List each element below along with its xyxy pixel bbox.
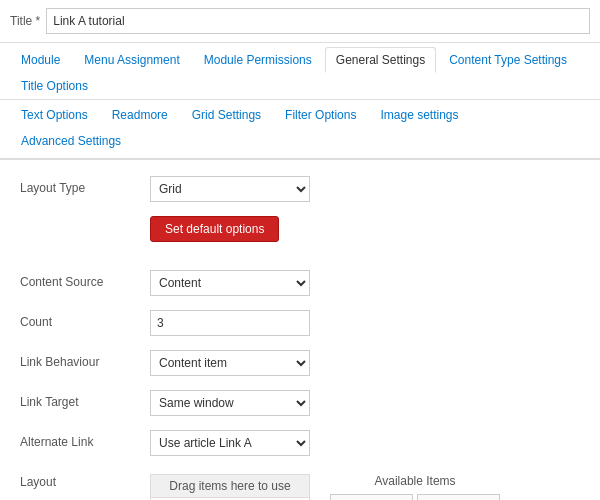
- layout-type-label: Layout Type: [20, 176, 150, 195]
- set-default-button[interactable]: Set default options: [150, 216, 279, 242]
- layout-type-row: Layout Type Grid List Table: [20, 176, 580, 202]
- available-item-date[interactable]: date: [330, 494, 413, 500]
- set-default-wrap: Set default options: [150, 216, 580, 256]
- content-source-row: Content Source Content K2 Custom: [20, 270, 580, 296]
- link-behaviour-row: Link Behaviour Content item Link A Link …: [20, 350, 580, 376]
- content-source-label: Content Source: [20, 270, 150, 289]
- drag-area: Drag items here to use title text more c…: [150, 474, 310, 500]
- layout-row: Layout Drag items here to use title text…: [20, 470, 580, 500]
- set-default-spacer: [20, 216, 150, 221]
- link-behaviour-control: Content item Link A Link B: [150, 350, 580, 376]
- tabs-row1: Module Menu Assignment Module Permission…: [0, 43, 600, 100]
- count-row: Count: [20, 310, 580, 336]
- tab-general-settings[interactable]: General Settings: [325, 47, 436, 73]
- tab-grid-settings[interactable]: Grid Settings: [181, 102, 272, 128]
- layout-type-select[interactable]: Grid List Table: [150, 176, 310, 202]
- set-default-row: Set default options: [20, 216, 580, 256]
- tab-advanced-settings[interactable]: Advanced Settings: [10, 128, 132, 154]
- count-label: Count: [20, 310, 150, 329]
- tab-readmore[interactable]: Readmore: [101, 102, 179, 128]
- tab-module-permissions[interactable]: Module Permissions: [193, 47, 323, 73]
- available-area: Available Items date category column3 co…: [330, 474, 500, 500]
- link-behaviour-label: Link Behaviour: [20, 350, 150, 369]
- tab-content-type-settings[interactable]: Content Type Settings: [438, 47, 578, 73]
- title-label: Title *: [10, 14, 40, 28]
- title-input[interactable]: [46, 8, 590, 34]
- link-behaviour-select[interactable]: Content item Link A Link B: [150, 350, 310, 376]
- tab-module[interactable]: Module: [10, 47, 71, 73]
- layout-type-control: Grid List Table: [150, 176, 580, 202]
- available-title: Available Items: [330, 474, 500, 488]
- content-source-control: Content K2 Custom: [150, 270, 580, 296]
- tab-image-settings[interactable]: Image settings: [369, 102, 469, 128]
- link-target-select[interactable]: Same window New window Popup: [150, 390, 310, 416]
- available-grid: date category column3 column4 tweet isfe…: [330, 494, 500, 500]
- layout-control: Drag items here to use title text more c…: [150, 470, 580, 500]
- title-bar: Title *: [0, 0, 600, 43]
- tab-title-options[interactable]: Title Options: [10, 73, 99, 99]
- count-control: [150, 310, 580, 336]
- content-area: Layout Type Grid List Table Set default …: [0, 160, 600, 500]
- layout-label: Layout: [20, 470, 150, 489]
- alternate-link-row: Alternate Link Use article Link A None C…: [20, 430, 580, 456]
- link-target-label: Link Target: [20, 390, 150, 409]
- link-target-row: Link Target Same window New window Popup: [20, 390, 580, 416]
- link-target-control: Same window New window Popup: [150, 390, 580, 416]
- layout-section: Drag items here to use title text more c…: [150, 474, 580, 500]
- count-input[interactable]: [150, 310, 310, 336]
- tab-filter-options[interactable]: Filter Options: [274, 102, 367, 128]
- alternate-link-label: Alternate Link: [20, 430, 150, 449]
- drag-area-title: Drag items here to use: [151, 475, 309, 498]
- available-item-category[interactable]: category: [417, 494, 500, 500]
- tab-menu-assignment[interactable]: Menu Assignment: [73, 47, 190, 73]
- tab-text-options[interactable]: Text Options: [10, 102, 99, 128]
- content-source-select[interactable]: Content K2 Custom: [150, 270, 310, 296]
- alternate-link-control: Use article Link A None Custom: [150, 430, 580, 456]
- tabs-row2: Text Options Readmore Grid Settings Filt…: [0, 100, 600, 159]
- alternate-link-select[interactable]: Use article Link A None Custom: [150, 430, 310, 456]
